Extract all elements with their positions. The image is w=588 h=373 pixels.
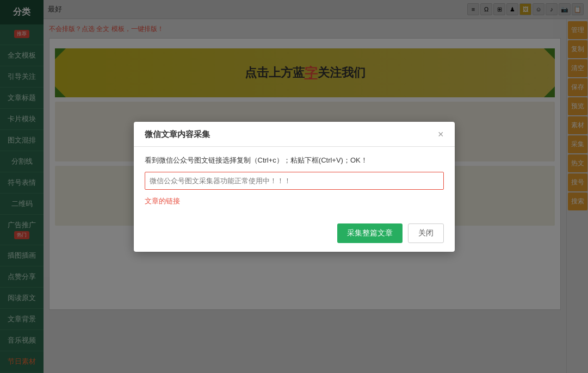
modal-close-x-button[interactable]: × xyxy=(438,129,444,139)
modal-body: 看到微信公众号图文链接选择复制（Ctrl+c）；粘贴下框(Ctrl+V)；OK！… xyxy=(134,147,455,217)
collect-article-button[interactable]: 采集整篇文章 xyxy=(337,223,403,243)
close-modal-button[interactable]: 关闭 xyxy=(408,223,444,243)
modal-link: 文章的链接 xyxy=(145,196,444,206)
modal-title: 微信文章内容采集 xyxy=(145,129,210,140)
modal-overlay: 微信文章内容采集 × 看到微信公众号图文链接选择复制（Ctrl+c）；粘贴下框(… xyxy=(0,0,588,373)
modal-header: 微信文章内容采集 × xyxy=(134,122,455,147)
modal-input-wrapper xyxy=(145,172,444,190)
modal-footer: 采集整篇文章 关闭 xyxy=(134,217,455,252)
collect-modal: 微信文章内容采集 × 看到微信公众号图文链接选择复制（Ctrl+c）；粘贴下框(… xyxy=(134,122,455,252)
url-input[interactable] xyxy=(147,173,441,188)
modal-instruction: 看到微信公众号图文链接选择复制（Ctrl+c）；粘贴下框(Ctrl+V)；OK！ xyxy=(145,156,444,165)
